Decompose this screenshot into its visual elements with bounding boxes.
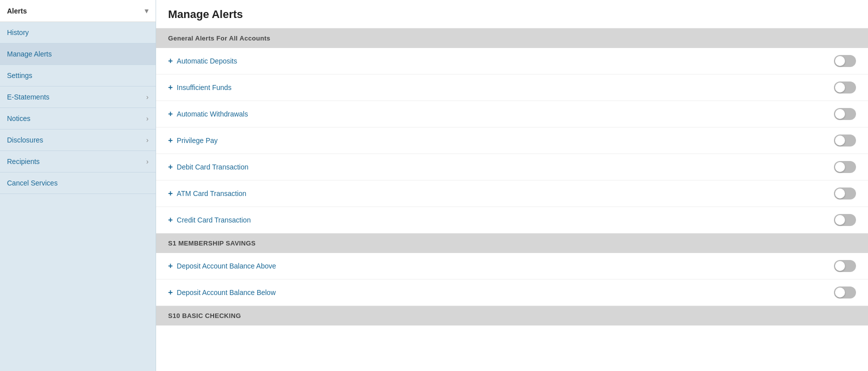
sidebar-item-disclosures[interactable]: Disclosures› (0, 130, 156, 151)
toggle-knob-deposit-balance-above (835, 261, 845, 271)
alert-row-left-automatic-deposits: +Automatic Deposits (168, 56, 237, 66)
alert-row-debit-card-transaction: +Debit Card Transaction (156, 154, 868, 180)
plus-icon[interactable]: + (168, 136, 173, 145)
alert-row-left-privilege-pay: +Privilege Pay (168, 136, 218, 145)
sidebar-item-label: E-Statements (7, 93, 50, 101)
alert-label-automatic-withdrawals: Automatic Withdrawals (177, 110, 248, 118)
page-title: Manage Alerts (156, 0, 868, 28)
plus-icon[interactable]: + (168, 162, 173, 172)
sidebar-item-label: History (7, 28, 29, 36)
alert-label-deposit-balance-above: Deposit Account Balance Above (177, 262, 276, 270)
sidebar-item-label: Recipients (7, 158, 40, 166)
toggle-automatic-withdrawals[interactable] (834, 108, 856, 120)
alert-label-automatic-deposits: Automatic Deposits (177, 57, 237, 65)
alert-label-atm-card-transaction: ATM Card Transaction (177, 190, 246, 198)
alert-row-insufficient-funds: +Insufficient Funds (156, 74, 868, 101)
toggle-deposit-balance-above[interactable] (834, 260, 856, 272)
sidebar-title: Alerts (7, 7, 27, 15)
alert-row-left-insufficient-funds: +Insufficient Funds (168, 83, 232, 92)
alert-label-credit-card-transaction: Credit Card Transaction (177, 216, 251, 224)
toggle-knob-insufficient-funds (835, 82, 845, 92)
plus-icon[interactable]: + (168, 288, 173, 297)
chevron-right-icon: › (146, 136, 149, 144)
toggle-insufficient-funds[interactable] (834, 82, 856, 94)
toggle-knob-deposit-balance-below (835, 288, 845, 298)
section-header-s10-basic-checking: S10 BASIC CHECKING (156, 306, 868, 326)
chevron-right-icon: › (146, 158, 149, 166)
toggle-deposit-balance-below[interactable] (834, 286, 856, 298)
sidebar-item-label: Disclosures (7, 136, 43, 144)
toggle-knob-automatic-deposits (835, 56, 845, 66)
alert-label-deposit-balance-below: Deposit Account Balance Below (177, 288, 276, 296)
alert-row-left-automatic-withdrawals: +Automatic Withdrawals (168, 110, 248, 118)
toggle-knob-automatic-withdrawals (835, 109, 845, 119)
alert-row-left-debit-card-transaction: +Debit Card Transaction (168, 162, 249, 172)
sidebar-item-label: Cancel Services (7, 179, 58, 187)
sidebar-item-settings[interactable]: Settings (0, 65, 156, 86)
toggle-credit-card-transaction[interactable] (834, 214, 856, 226)
plus-icon[interactable]: + (168, 262, 173, 270)
toggle-atm-card-transaction[interactable] (834, 188, 856, 200)
sidebar: Alerts ▾ HistoryManage AlertsSettingsE-S… (0, 0, 156, 371)
main-content: Manage Alerts General Alerts For All Acc… (156, 0, 868, 371)
alert-row-left-deposit-balance-below: +Deposit Account Balance Below (168, 288, 276, 297)
sidebar-item-label: Notices (7, 114, 31, 122)
section-header-general: General Alerts For All Accounts (156, 28, 868, 48)
plus-icon[interactable]: + (168, 56, 173, 66)
chevron-down-icon: ▾ (145, 6, 149, 16)
plus-icon[interactable]: + (168, 216, 173, 224)
sidebar-item-recipients[interactable]: Recipients› (0, 151, 156, 172)
toggle-knob-debit-card-transaction (835, 162, 845, 172)
alert-row-atm-card-transaction: +ATM Card Transaction (156, 180, 868, 207)
toggle-knob-privilege-pay (835, 136, 845, 146)
alert-label-privilege-pay: Privilege Pay (177, 136, 218, 144)
sidebar-item-cancel-services[interactable]: Cancel Services (0, 172, 156, 194)
sidebar-item-label: Manage Alerts (7, 50, 52, 58)
section-header-s1-membership-savings: S1 MEMBERSHIP SAVINGS (156, 234, 868, 253)
sidebar-item-manage-alerts[interactable]: Manage Alerts (0, 44, 156, 65)
plus-icon[interactable]: + (168, 83, 173, 92)
toggle-knob-atm-card-transaction (835, 188, 845, 198)
alert-row-left-atm-card-transaction: +ATM Card Transaction (168, 189, 246, 198)
chevron-right-icon: › (146, 93, 149, 101)
toggle-knob-credit-card-transaction (835, 215, 845, 225)
sidebar-item-notices[interactable]: Notices› (0, 108, 156, 130)
sidebar-header[interactable]: Alerts ▾ (0, 0, 156, 22)
toggle-debit-card-transaction[interactable] (834, 161, 856, 173)
sidebar-item-e-statements[interactable]: E-Statements› (0, 86, 156, 108)
chevron-right-icon: › (146, 114, 149, 122)
alert-row-deposit-balance-below: +Deposit Account Balance Below (156, 280, 868, 306)
toggle-automatic-deposits[interactable] (834, 55, 856, 67)
sidebar-item-label: Settings (7, 72, 33, 80)
alert-row-automatic-withdrawals: +Automatic Withdrawals (156, 101, 868, 128)
alert-row-left-credit-card-transaction: +Credit Card Transaction (168, 216, 251, 224)
plus-icon[interactable]: + (168, 189, 173, 198)
alert-row-privilege-pay: +Privilege Pay (156, 128, 868, 154)
alert-row-credit-card-transaction: +Credit Card Transaction (156, 207, 868, 234)
sidebar-item-history[interactable]: History (0, 22, 156, 44)
alert-label-insufficient-funds: Insufficient Funds (177, 84, 231, 92)
alert-row-automatic-deposits: +Automatic Deposits (156, 48, 868, 74)
alert-label-debit-card-transaction: Debit Card Transaction (177, 163, 248, 171)
plus-icon[interactable]: + (168, 110, 173, 118)
toggle-privilege-pay[interactable] (834, 134, 856, 146)
alert-row-deposit-balance-above: +Deposit Account Balance Above (156, 253, 868, 280)
alert-row-left-deposit-balance-above: +Deposit Account Balance Above (168, 262, 276, 270)
